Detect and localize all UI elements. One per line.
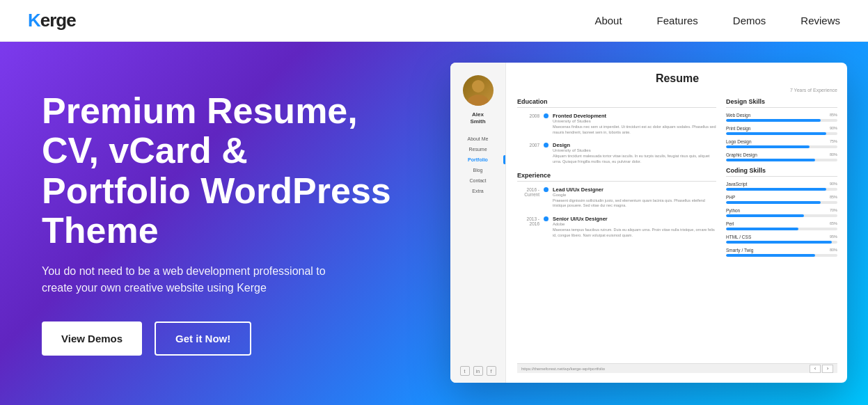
timeline-dot <box>544 143 549 148</box>
skill-perl: Perl 65% <box>726 221 837 230</box>
skill-logo-design: Logo Design 75% <box>726 139 837 148</box>
skill-javascript: JavaScript 90% <box>726 182 837 191</box>
timeline-dot <box>544 216 549 221</box>
skill-smarty-twig: Smarty / Twig 80% <box>726 248 837 257</box>
hero-text-block: Premium Resume, CV, vCard & Portfolio Wo… <box>0 91 404 356</box>
design-skills-header: Design Skills <box>726 98 837 108</box>
logo[interactable]: Kerge <box>28 10 76 31</box>
timeline-dot <box>544 187 549 192</box>
twitter-icon[interactable]: t <box>460 366 470 376</box>
hero-title: Premium Resume, CV, vCard & Portfolio Wo… <box>42 91 404 251</box>
resume-sidebar: AlexSmith About Me Resume Portfolio Blog <box>450 63 506 383</box>
coding-skills-header: Coding Skills <box>726 167 837 177</box>
resume-mockup: AlexSmith About Me Resume Portfolio Blog <box>450 63 854 397</box>
linkedin-icon[interactable]: in <box>473 366 483 376</box>
skill-web-design: Web Design 85% <box>726 113 837 122</box>
nav-item-about[interactable]: About <box>594 15 622 27</box>
sidebar-nav-portfolio[interactable]: Portfolio <box>450 155 505 164</box>
education-item-2: 2007 Design University of Studies Aliqua… <box>517 142 716 164</box>
logo-k: K <box>28 10 40 31</box>
skill-graphic-design: Graphic Design 80% <box>726 152 837 161</box>
skill-php: PHP 85% <box>726 195 837 204</box>
next-arrow[interactable]: › <box>822 365 833 373</box>
nav-item-reviews[interactable]: Reviews <box>800 15 840 27</box>
experience-header: Experience <box>517 172 716 182</box>
resume-main-content: Resume 7 Years of Experience Education 2… <box>506 63 847 383</box>
nav-item-demos[interactable]: Demos <box>733 15 766 27</box>
skill-python: Python 70% <box>726 208 837 217</box>
hero-subtitle: You do not need to be a web development … <box>42 263 348 296</box>
resume-columns: Education 2008 Fronted Development Unive… <box>517 98 837 363</box>
sidebar-nav-extra[interactable]: Extra <box>450 186 505 196</box>
resume-left-col: Education 2008 Fronted Development Unive… <box>517 98 716 363</box>
education-item-1: 2008 Fronted Development University of S… <box>517 113 716 135</box>
sidebar-nav-about[interactable]: About Me <box>450 134 505 143</box>
nav-links: About Features Demos Reviews <box>594 15 840 27</box>
facebook-icon[interactable]: f <box>487 366 496 376</box>
sidebar-nav-resume[interactable]: Resume <box>450 145 505 154</box>
sidebar-nav-blog[interactable]: Blog <box>450 166 505 175</box>
hero-buttons: View Demos Get it Now! <box>42 321 404 356</box>
resume-url-bar: https://themeforest.net/wp/kerge-wp#port… <box>517 363 837 373</box>
timeline-dot <box>544 113 549 118</box>
resume-person-name: AlexSmith <box>470 111 485 126</box>
url-text: https://themeforest.net/wp/kerge-wp#port… <box>521 367 605 371</box>
navbar: Kerge About Features Demos Reviews <box>0 0 868 42</box>
nav-arrows: ‹ › <box>810 365 833 373</box>
resume-social-links: t in f <box>460 366 496 376</box>
resume-right-col: Design Skills Web Design 85% Print Desig… <box>726 98 837 363</box>
education-header: Education <box>517 98 716 108</box>
svg-point-0 <box>472 80 484 93</box>
prev-arrow[interactable]: ‹ <box>810 365 821 373</box>
resume-card: AlexSmith About Me Resume Portfolio Blog <box>450 63 847 383</box>
svg-point-1 <box>468 95 489 106</box>
skill-html-css: HTML / CSS 95% <box>726 235 837 244</box>
get-it-now-button[interactable]: Get it Now! <box>155 321 251 356</box>
sidebar-nav: About Me Resume Portfolio Blog Contact <box>450 134 505 196</box>
view-demos-button[interactable]: View Demos <box>42 321 142 356</box>
experience-label: 7 Years of Experience <box>517 88 837 93</box>
experience-item-1: 2016 - Current Lead UI/Ux Designer Googl… <box>517 186 716 209</box>
experience-item-2: 2013 - 2016 Senior UI/Ux Designer Adobe … <box>517 216 716 238</box>
avatar <box>463 75 494 106</box>
skill-print-design: Print Design 90% <box>726 126 837 135</box>
sidebar-nav-contact[interactable]: Contact <box>450 176 505 185</box>
resume-title: Resume <box>517 72 837 85</box>
nav-item-features[interactable]: Features <box>657 15 698 27</box>
hero-section: Premium Resume, CV, vCard & Portfolio Wo… <box>0 42 868 405</box>
logo-rest: erge <box>40 10 76 31</box>
